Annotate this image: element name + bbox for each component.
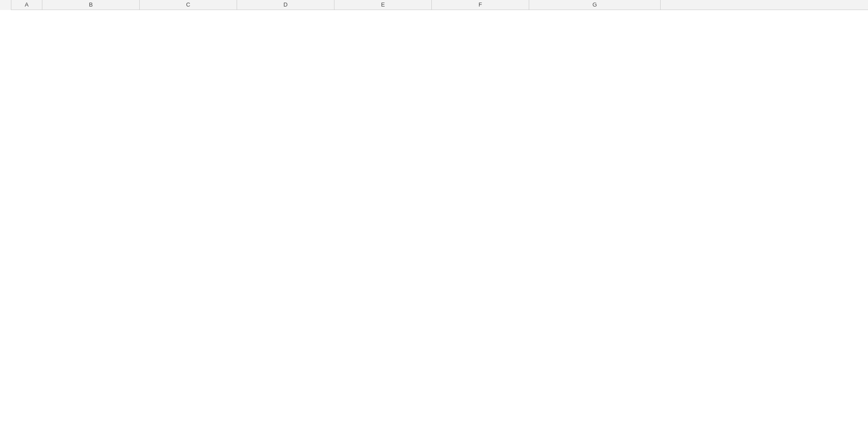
sheet-content: upBOARD Everyone up to speed and on BOAR… — [11, 10, 868, 10]
col-header-D[interactable]: D — [237, 0, 334, 10]
row-header-1[interactable]: 1 — [0, 10, 11, 10]
column-headers: ABCDEFG — [0, 0, 868, 10]
col-header-E[interactable]: E — [334, 0, 432, 10]
row-headers: 1234567891011121314151617181920212223 — [0, 10, 11, 10]
row-title: upBOARD Everyone up to speed and on BOAR… — [11, 10, 868, 10]
col-header-C[interactable]: C — [140, 0, 237, 10]
spreadsheet: ABCDEFG 12345678910111213141516171819202… — [0, 0, 868, 10]
select-all-corner[interactable] — [0, 0, 11, 10]
col-header-F[interactable]: F — [432, 0, 529, 10]
col-header-A[interactable]: A — [11, 0, 42, 10]
col-header-G[interactable]: G — [529, 0, 661, 10]
col-header-B[interactable]: B — [42, 0, 140, 10]
